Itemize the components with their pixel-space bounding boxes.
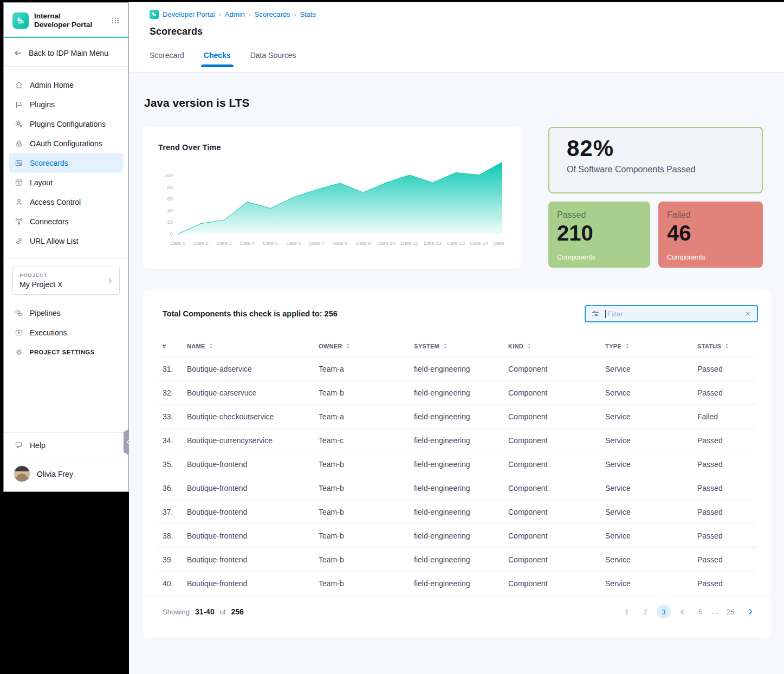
sidebar-item-admin-home[interactable]: Admin Home (9, 75, 123, 95)
page-1[interactable]: 1 (620, 605, 634, 619)
cell-num: 33. (163, 412, 187, 421)
sidebar-item-connectors[interactable]: Connectors (9, 212, 123, 231)
cell-kind: Component (508, 436, 605, 445)
cell-kind: Component (508, 365, 605, 373)
table-title: Total Components this check is applied t… (163, 309, 338, 318)
sidebar-item-plugins[interactable]: Plugins (9, 95, 123, 114)
page-4[interactable]: 4 (675, 605, 689, 619)
back-to-idp-menu[interactable]: Back to IDP Main Menu (4, 38, 128, 66)
filter-placeholder: Filter (607, 310, 738, 318)
column-header-kind[interactable]: KIND (508, 343, 605, 349)
showing-summary: Showing 31-40 of 256 (163, 607, 244, 616)
trend-area-chart: 020406080100 Date 1Date 2Date 3Date 4Dat… (158, 159, 506, 252)
cell-name: Boutique-currencyservice (187, 436, 319, 445)
cell-num: 34. (163, 436, 187, 445)
sidebar-item-executions[interactable]: Executions (9, 323, 123, 342)
sidebar-item-label: Admin Home (30, 81, 74, 89)
cell-status: Passed (697, 365, 756, 373)
table-row[interactable]: 33.Boutique-checkoutserviceTeam-afield-e… (158, 405, 756, 429)
sidebar-item-oauth-configurations[interactable]: OAuth Configurations (9, 134, 123, 153)
next-page-icon[interactable] (746, 607, 755, 616)
sidebar-item-scorecards[interactable]: Scorecards (9, 153, 123, 173)
cell-type: Service (605, 388, 697, 397)
sidebar-item-label: PROJECT SETTINGS (30, 349, 95, 355)
chevron-right-icon (106, 277, 114, 284)
svg-text:80: 80 (167, 184, 173, 190)
cell-kind: Component (508, 484, 605, 492)
table-row[interactable]: 36.Boutique-frontendTeam-bfield-engineer… (158, 476, 756, 500)
user-menu[interactable]: Olivia Frey (4, 458, 128, 491)
cell-owner: Team-b (319, 579, 414, 588)
table-row[interactable]: 37.Boutique-frontendTeam-bfield-engineer… (158, 500, 756, 524)
sidebar-item-plugins-configurations[interactable]: Plugins Configurations (9, 114, 123, 134)
tab-data-sources[interactable]: Data Sources (250, 51, 296, 67)
breadcrumb-developer-portal[interactable]: Developer Portal (163, 10, 215, 18)
tab-checks[interactable]: Checks (204, 51, 231, 67)
cell-owner: Team-a (319, 365, 414, 373)
table-row[interactable]: 40.Boutique-frontendTeam-bfield-engineer… (158, 572, 756, 595)
table-row[interactable]: 38.Boutique-frontendTeam-bfield-engineer… (158, 524, 756, 548)
cell-kind: Component (508, 532, 605, 540)
page-2[interactable]: 2 (638, 605, 652, 619)
page-25[interactable]: 25 (723, 605, 737, 619)
cell-system: field-engineering (414, 532, 508, 540)
cell-status: Passed (697, 484, 756, 492)
sort-icon (624, 343, 630, 349)
sidebar-item-project-settings[interactable]: PROJECT SETTINGS (9, 342, 123, 362)
app-switcher-icon[interactable] (111, 16, 120, 25)
back-label: Back to IDP Main Menu (29, 49, 108, 57)
column-header-status[interactable]: STATUS (697, 343, 756, 349)
clear-filter-icon[interactable] (744, 310, 751, 317)
cell-name: Boutique-carservuce (187, 388, 319, 397)
svg-text:Date 2: Date 2 (193, 240, 209, 246)
cell-system: field-engineering (414, 484, 508, 492)
sidebar-item-url-allow-list[interactable]: URL Allow List (9, 231, 123, 251)
sort-icon (345, 343, 351, 349)
gear-icon (15, 348, 23, 357)
help-chat-icon (15, 441, 23, 450)
svg-text:Date 1: Date 1 (170, 240, 185, 246)
filter-input[interactable]: Filter (585, 305, 758, 322)
page-title: Scorecards (150, 26, 784, 37)
sidebar-item-label: Pipelines (30, 309, 61, 317)
column-header-name[interactable]: NAME (187, 343, 319, 349)
breadcrumb-stats[interactable]: Stats (300, 10, 316, 18)
chart-title: Trend Over Time (158, 143, 506, 152)
table-row[interactable]: 31.Boutique-adserviceTeam-afield-enginee… (158, 357, 756, 381)
pass-percentage-card: 82% Of Software Components Passed (548, 127, 763, 193)
table-row[interactable]: 39.Boutique-frontendTeam-bfield-engineer… (158, 548, 756, 572)
cell-num: 35. (163, 460, 187, 469)
breadcrumb-scorecards[interactable]: Scorecards (255, 10, 290, 18)
column-header-owner[interactable]: OWNER (319, 343, 414, 349)
table-row[interactable]: 34.Boutique-currencyserviceTeam-cfield-e… (158, 429, 756, 452)
sidebar-item-layout[interactable]: Layout (9, 173, 123, 192)
cell-num: 39. (163, 555, 187, 564)
passed-failed-row: Passed 210 Components Failed 46 Componen… (548, 202, 763, 268)
column-header-type[interactable]: TYPE (605, 343, 697, 349)
failed-label: Failed (667, 210, 754, 220)
cell-name: Boutique-frontend (187, 532, 319, 540)
table-row[interactable]: 35.Boutique-frontendTeam-bfield-engineer… (158, 452, 756, 476)
passed-card: Passed 210 Components (548, 202, 650, 268)
cell-num: 36. (163, 484, 187, 492)
sidebar-item-access-control[interactable]: Access Control (9, 192, 123, 212)
help-item[interactable]: Help (4, 433, 128, 458)
cell-system: field-engineering (414, 508, 508, 516)
project-selector[interactable]: PROJECT My Project X (12, 267, 120, 295)
table-body: 31.Boutique-adserviceTeam-afield-enginee… (143, 357, 771, 595)
sidebar-item-pipelines[interactable]: Pipelines (9, 303, 123, 323)
breadcrumb-admin[interactable]: Admin (225, 10, 245, 18)
cell-status: Passed (697, 388, 756, 397)
tab-scorecard[interactable]: Scorecard (150, 51, 184, 67)
pagination: 12345...25 (620, 605, 755, 619)
svg-text:40: 40 (167, 208, 173, 213)
sidebar-item-label: Scorecards (30, 159, 68, 167)
table-row[interactable]: 32.Boutique-carservuceTeam-bfield-engine… (158, 381, 756, 405)
svg-text:0: 0 (170, 231, 173, 237)
svg-text:Date 12: Date 12 (424, 240, 442, 246)
page-5[interactable]: 5 (694, 605, 708, 619)
help-label: Help (30, 441, 46, 450)
page-3[interactable]: 3 (657, 605, 671, 619)
sidebar-item-label: Connectors (30, 217, 69, 226)
column-header-system[interactable]: SYSTEM (414, 343, 508, 349)
